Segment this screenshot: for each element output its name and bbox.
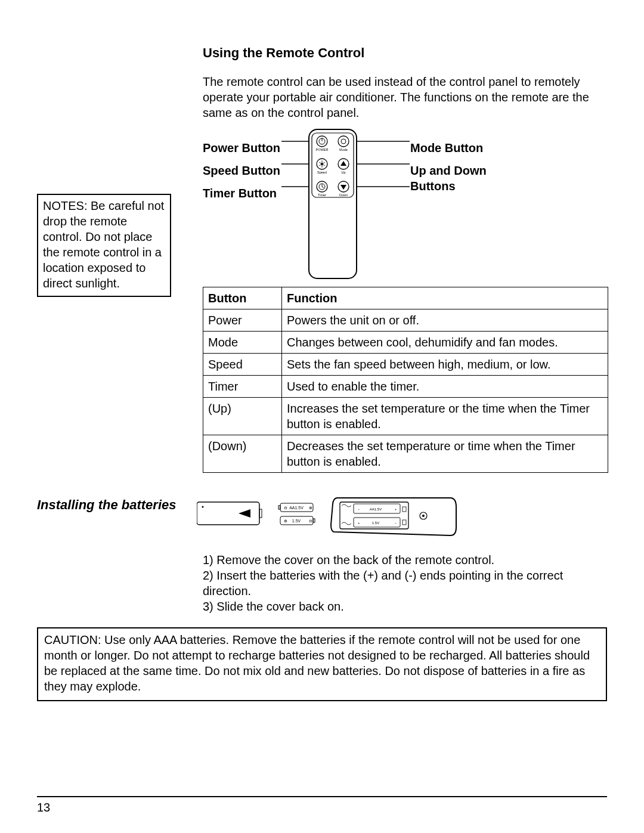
label-mode: Mode Button <box>410 140 506 156</box>
labels-right: Mode Button Up and Down Buttons <box>410 140 506 201</box>
svg-text:+: + <box>358 521 360 525</box>
install-step: 2) Insert the batteries with the (+) and… <box>203 568 583 599</box>
table-header-button: Button <box>203 287 282 309</box>
svg-text:⊖: ⊖ <box>284 506 287 510</box>
table-cell-function: Powers the unit on or off. <box>282 309 608 331</box>
install-steps: 1) Remove the cover on the back of the r… <box>203 552 583 614</box>
label-updown: Up and Down Buttons <box>410 163 506 194</box>
batteries-row: Installing the batteries ⊖ AA1.5V ⊕ ⊕ 1.… <box>37 497 607 541</box>
remote-btn-text-up: Up <box>341 171 345 174</box>
svg-text:−: − <box>395 521 397 525</box>
table-header-function: Function <box>282 287 608 309</box>
batteries-title: Installing the batteries <box>37 497 177 514</box>
svg-rect-25 <box>278 506 280 509</box>
svg-text:⊖: ⊖ <box>309 519 312 523</box>
table-row: PowerPowers the unit on or off. <box>203 309 608 331</box>
install-step: 3) Slide the cover back on. <box>203 599 583 614</box>
page-number: 13 <box>37 800 50 815</box>
remote-btn-text-speed: Speed <box>317 171 327 174</box>
remote-btn-text-power: POWER <box>316 148 329 151</box>
table-cell-button: Speed <box>203 353 282 375</box>
remote-btn-text-down: Down <box>339 193 348 197</box>
button-function-table: Button Function PowerPowers the unit on … <box>203 287 608 473</box>
table-row: (Up)Increases the set temperature or the… <box>203 397 608 435</box>
remote-control-diagram: POWER Mode Speed Up Timer Down <box>281 128 410 280</box>
label-timer: Timer Button <box>203 185 280 201</box>
svg-text:−: − <box>358 507 360 511</box>
table-row: TimerUsed to enable the timer. <box>203 375 608 397</box>
section-title: Using the Remote Control <box>203 45 607 62</box>
label-speed: Speed Button <box>203 163 280 178</box>
svg-rect-7 <box>312 133 354 197</box>
table-cell-button: Mode <box>203 331 282 353</box>
svg-text:1.5V: 1.5V <box>372 521 379 525</box>
table-cell-function: Changes between cool, dehumidify and fan… <box>282 331 608 353</box>
remote-btn-text-timer: Timer <box>318 193 326 197</box>
table-cell-button: (Up) <box>203 397 282 435</box>
remote-diagram-row: NOTES: Be careful not drop the remote co… <box>37 131 607 283</box>
install-step: 1) Remove the cover on the back of the r… <box>203 552 583 568</box>
table-cell-button: Timer <box>203 375 282 397</box>
labels-left: Power Button Speed Button Timer Button <box>203 140 280 208</box>
caution-box: CAUTION: Use only AAA batteries. Remove … <box>37 627 607 701</box>
table-cell-button: Power <box>203 309 282 331</box>
svg-text:AA1.5V: AA1.5V <box>289 506 304 510</box>
svg-text:⊕: ⊕ <box>309 506 312 510</box>
table-cell-function: Sets the fan speed between high, medium,… <box>282 353 608 375</box>
svg-point-22 <box>202 506 204 507</box>
table-cell-function: Used to enable the timer. <box>282 375 608 397</box>
svg-text:+: + <box>395 507 397 511</box>
footer-divider <box>37 796 607 797</box>
table-row: ModeChanges between cool, dehumidify and… <box>203 331 608 353</box>
svg-rect-30 <box>313 519 315 522</box>
table-cell-function: Decreases the set temperature or time wh… <box>282 435 608 472</box>
svg-text:AA1.5V: AA1.5V <box>370 507 382 511</box>
label-power: Power Button <box>203 140 280 156</box>
table-cell-function: Increases the set temperature or the tim… <box>282 397 608 435</box>
remote-btn-text-mode: Mode <box>339 148 348 151</box>
table-cell-button: (Down) <box>203 435 282 472</box>
table-row: (Down)Decreases the set temperature or t… <box>203 435 608 472</box>
table-row: SpeedSets the fan speed between high, me… <box>203 353 608 375</box>
battery-install-diagram: ⊖ AA1.5V ⊕ ⊕ 1.5V ⊖ − AA1.5V + + 1.5V − <box>197 495 459 537</box>
svg-text:1.5V: 1.5V <box>292 519 301 523</box>
svg-point-46 <box>422 515 425 517</box>
svg-text:⊕: ⊕ <box>284 519 287 523</box>
intro-paragraph: The remote control can be used instead o… <box>203 74 592 120</box>
notes-box: NOTES: Be careful not drop the remote co… <box>37 194 171 297</box>
